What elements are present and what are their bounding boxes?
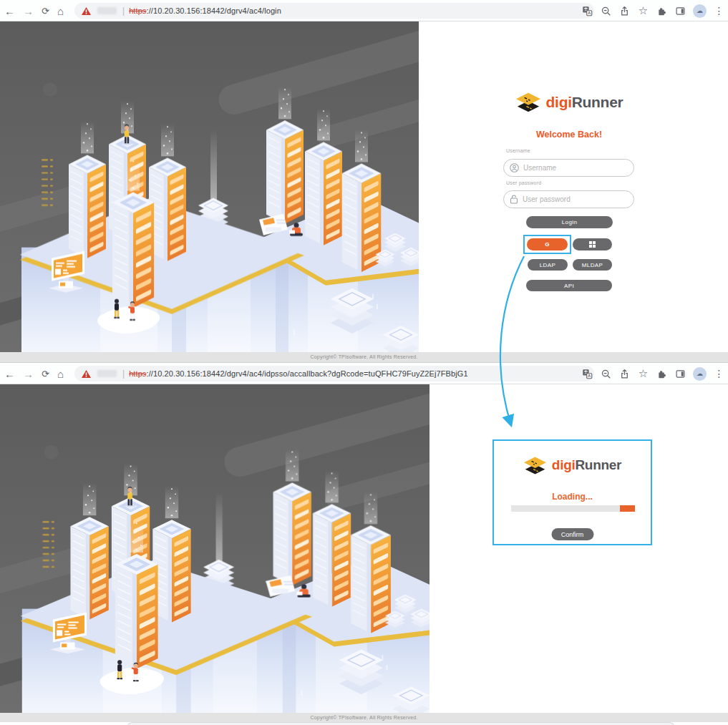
browser-toolbar: ← → ⟳ ⌂ | https://10.20.30.156:18442/dgr… [0,363,728,384]
redacted-label [97,370,117,377]
translate-icon[interactable]: A [581,368,593,380]
digirunner-logo-icon [523,454,547,477]
address-bar[interactable]: | https://10.20.30.156:18442/dgrv4/ac4/i… [74,366,594,381]
zoom-icon[interactable] [600,368,612,380]
username-field-wrap [503,159,634,177]
digirunner-logo-text: digiRunner [546,94,623,111]
url-rest: ://10.20.30.156:18442/dgrv4/ac4/login [146,6,281,15]
bookmark-star-icon[interactable]: ☆ [637,368,649,380]
username-label: Username [506,148,530,153]
mldap-login-button[interactable]: MLDAP [573,259,612,271]
url-rest: ://10.20.30.156:18442/dgrv4/ac4/idpsso/a… [146,369,467,378]
forward-icon[interactable]: → [23,6,34,16]
forward-icon[interactable]: → [23,369,34,379]
back-icon[interactable]: ← [4,369,15,379]
home-icon[interactable]: ⌂ [57,369,64,379]
user-icon [510,163,519,172]
url-text: https://10.20.30.156:18442/dgrv4/ac4/log… [129,6,281,15]
menu-icon[interactable]: ⋮ [713,5,725,17]
reload-icon[interactable]: ⟳ [42,6,49,16]
server-illustration [0,21,419,352]
back-icon[interactable]: ← [4,6,15,16]
copyright-bar: Copyright© TPIsoftware. All Rights Reser… [0,352,728,362]
username-input[interactable] [523,164,616,172]
redacted-label [97,7,117,14]
sso-loading-dialog: digiRunner Loading... Confirm [492,439,652,545]
password-label: User password [506,180,541,185]
google-login-button[interactable]: G [527,238,568,250]
extensions-icon[interactable] [656,5,668,17]
ldap-login-button[interactable]: LDAP [528,259,568,271]
browser-window-login: ← → ⟳ ⌂ | https://10.20.30.156:18442/dgr… [0,0,728,362]
browser-window-callback: ← → ⟳ ⌂ | https://10.20.30.156:18442/dgr… [0,362,728,725]
login-button[interactable]: Login [526,216,613,228]
warning-icon [82,7,91,15]
confirm-button[interactable]: Confirm [551,528,593,540]
menu-icon[interactable]: ⋮ [713,368,725,380]
address-divider: | [122,369,125,379]
digirunner-logo: digiRunner [515,453,630,477]
profile-avatar[interactable]: ☁ [693,4,707,18]
warning-icon [82,370,91,378]
share-icon[interactable] [618,5,631,17]
zoom-icon[interactable] [600,5,612,17]
api-login-button[interactable]: API [526,280,612,291]
progress-fill [620,505,635,512]
digirunner-logo: digiRunner [508,89,630,115]
address-bar[interactable]: | https://10.20.30.156:18442/dgrv4/ac4/l… [74,3,594,19]
translate-icon[interactable]: A [581,5,593,17]
digirunner-logo-text: digiRunner [552,457,621,473]
url-text: https://10.20.30.156:18442/dgrv4/ac4/idp… [129,369,468,378]
lock-icon [510,195,518,204]
server-illustration [0,384,429,713]
copyright-bar: Copyright© TPIsoftware. All Rights Reser… [0,713,728,722]
address-divider: | [122,6,125,16]
url-scheme: https [129,6,146,15]
progress-bar [511,505,635,512]
browser-toolbar: ← → ⟳ ⌂ | https://10.20.30.156:18442/dgr… [0,0,728,21]
profile-avatar[interactable]: ☁ [693,367,707,381]
home-icon[interactable]: ⌂ [57,6,64,16]
microsoft-login-button[interactable] [573,238,612,250]
loading-text: Loading... [494,492,651,502]
side-panel-icon[interactable] [674,368,686,380]
next-window-addressbar-edge [127,722,675,725]
password-input[interactable] [523,195,616,203]
welcome-heading: Welcome Back! [505,130,634,140]
extensions-icon[interactable] [656,368,668,380]
url-scheme: https [129,369,146,378]
side-panel-icon[interactable] [674,5,686,17]
reload-icon[interactable]: ⟳ [42,369,49,379]
share-icon[interactable] [618,368,631,380]
password-field-wrap [503,190,634,208]
grid-icon [589,241,596,248]
screenshot-root: ← → ⟳ ⌂ | https://10.20.30.156:18442/dgr… [0,0,728,725]
digirunner-logo-icon [515,90,541,115]
bookmark-star-icon[interactable]: ☆ [637,5,649,17]
